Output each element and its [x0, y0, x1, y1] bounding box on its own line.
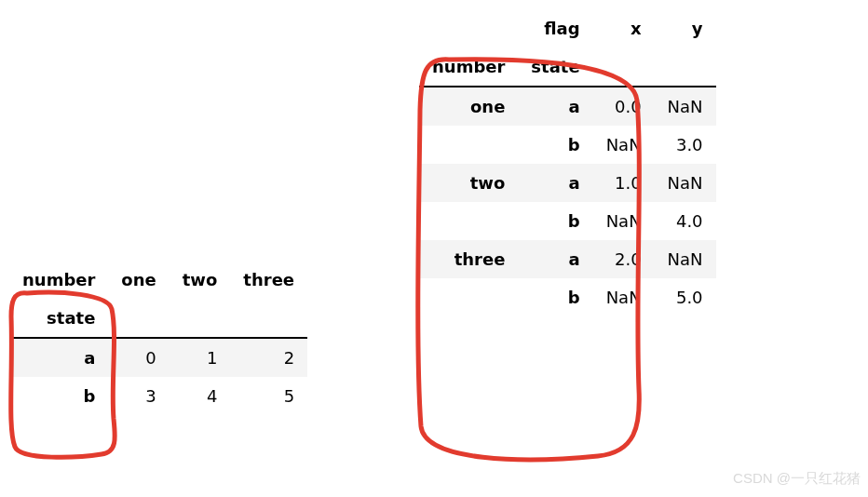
left-col-index-name: number — [9, 261, 108, 299]
right-idx-lvl1: b — [518, 126, 592, 164]
table-row: three a 2.0 NaN — [419, 240, 716, 278]
right-cell: NaN — [655, 240, 716, 278]
watermark-text: CSDN @一只红花猪 — [733, 470, 861, 488]
left-col-one: one — [108, 261, 169, 299]
left-col-three: three — [230, 261, 307, 299]
table-row: two a 1.0 NaN — [419, 164, 716, 202]
table-row: b NaN 4.0 — [419, 202, 716, 240]
table-row: b 3 4 5 — [9, 377, 307, 415]
left-cell: 5 — [230, 377, 307, 415]
right-header-row-1: flag x y — [419, 9, 716, 47]
blank-cell — [108, 299, 169, 338]
right-cell: NaN — [593, 126, 655, 164]
right-cell: 2.0 — [593, 240, 655, 278]
right-idx-lvl0 — [419, 278, 518, 316]
right-dataframe: flag x y number state one a 0.0 NaN b Na… — [419, 9, 716, 316]
table-row: b NaN 3.0 — [419, 126, 716, 164]
right-top-header: flag — [518, 9, 592, 47]
left-col-two: two — [170, 261, 231, 299]
left-header-row-1: number one two three — [9, 261, 307, 299]
right-cell: 4.0 — [655, 202, 716, 240]
right-idx-lvl1: a — [518, 240, 592, 278]
right-idx-lvl1: b — [518, 278, 592, 316]
right-header-row-2: number state — [419, 47, 716, 87]
table-row: b NaN 5.0 — [419, 278, 716, 316]
right-idx-lvl0: three — [419, 240, 518, 278]
left-row-idx: a — [9, 338, 108, 377]
left-row-idx: b — [9, 377, 108, 415]
table-row: one a 0.0 NaN — [419, 87, 716, 126]
table-row: a 0 1 2 — [9, 338, 307, 377]
right-cell: NaN — [593, 278, 655, 316]
blank-cell — [593, 47, 655, 87]
left-table: number one two three state a 0 1 2 b 3 — [9, 261, 307, 415]
right-index-name-1: state — [518, 47, 592, 87]
right-cell: 3.0 — [655, 126, 716, 164]
left-cell: 1 — [170, 338, 231, 377]
left-dataframe: number one two three state a 0 1 2 b 3 — [9, 261, 307, 415]
blank-cell — [170, 299, 231, 338]
left-cell: 4 — [170, 377, 231, 415]
right-idx-lvl0 — [419, 202, 518, 240]
blank-cell — [419, 9, 518, 47]
right-col-x: x — [593, 9, 655, 47]
left-cell: 2 — [230, 338, 307, 377]
left-row-index-name: state — [9, 299, 108, 338]
right-cell: NaN — [655, 164, 716, 202]
left-header-row-2: state — [9, 299, 307, 338]
right-cell: NaN — [655, 87, 716, 126]
right-cell: 0.0 — [593, 87, 655, 126]
right-index-name-0: number — [419, 47, 518, 87]
left-cell: 3 — [108, 377, 169, 415]
right-idx-lvl0: one — [419, 87, 518, 126]
blank-cell — [230, 299, 307, 338]
right-idx-lvl1: a — [518, 164, 592, 202]
blank-cell — [655, 47, 716, 87]
left-cell: 0 — [108, 338, 169, 377]
right-col-y: y — [655, 9, 716, 47]
right-idx-lvl0 — [419, 126, 518, 164]
right-cell: NaN — [593, 202, 655, 240]
right-cell: 1.0 — [593, 164, 655, 202]
right-idx-lvl1: a — [518, 87, 592, 126]
right-cell: 5.0 — [655, 278, 716, 316]
right-idx-lvl1: b — [518, 202, 592, 240]
right-table: flag x y number state one a 0.0 NaN b Na… — [419, 9, 716, 316]
right-idx-lvl0: two — [419, 164, 518, 202]
